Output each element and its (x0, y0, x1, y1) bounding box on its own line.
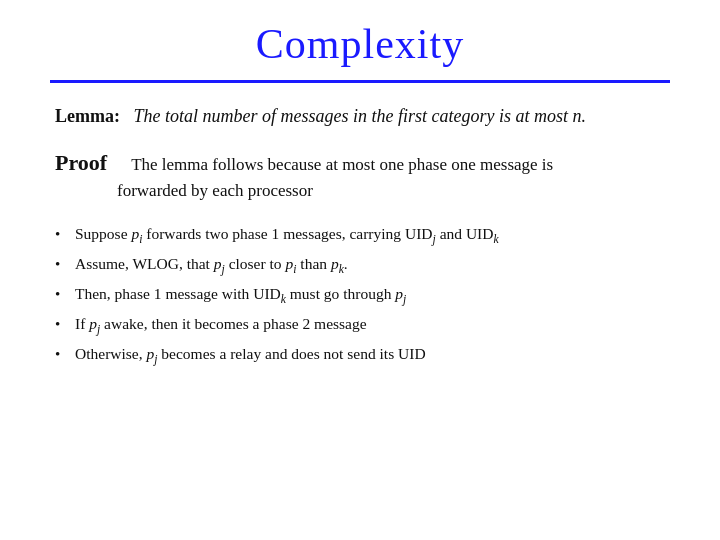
bullet-dot-2: • (55, 253, 75, 276)
title-divider (50, 80, 670, 83)
bullet-item-4: • If pj awake, then it becomes a phase 2… (55, 313, 665, 339)
bullet-dot-3: • (55, 283, 75, 306)
title-area: Complexity (50, 20, 670, 76)
slide: Complexity Lemma: The total number of me… (0, 0, 720, 540)
bullet-content-4: If pj awake, then it becomes a phase 2 m… (75, 313, 665, 339)
bullet-dot-5: • (55, 343, 75, 366)
proof-indent: forwarded by each processor (55, 178, 665, 204)
proof-section: Proof The lemma follows because at most … (50, 150, 670, 203)
slide-title: Complexity (50, 20, 670, 68)
lemma-section: Lemma: The total number of messages in t… (50, 103, 670, 130)
bullet-section: • Suppose pi forwards two phase 1 messag… (50, 223, 670, 369)
bullet-item-5: • Otherwise, pj becomes a relay and does… (55, 343, 665, 369)
bullet-item-1: • Suppose pi forwards two phase 1 messag… (55, 223, 665, 249)
lemma-text: Lemma: The total number of messages in t… (55, 103, 665, 130)
lemma-body: The total number of messages in the firs… (133, 106, 585, 126)
lemma-label: Lemma: (55, 106, 120, 126)
bullet-content-2: Assume, WLOG, that pj closer to pi than … (75, 253, 665, 279)
bullet-dot-4: • (55, 313, 75, 336)
bullet-content-5: Otherwise, pj becomes a relay and does n… (75, 343, 665, 369)
proof-label: Proof (55, 150, 107, 175)
bullet-content-3: Then, phase 1 message with UIDk must go … (75, 283, 665, 309)
bullet-item-3: • Then, phase 1 message with UIDk must g… (55, 283, 665, 309)
bullet-content-1: Suppose pi forwards two phase 1 messages… (75, 223, 665, 249)
proof-text: The lemma follows because at most one ph… (131, 155, 553, 174)
bullet-item-2: • Assume, WLOG, that pj closer to pi tha… (55, 253, 665, 279)
bullet-dot-1: • (55, 223, 75, 246)
